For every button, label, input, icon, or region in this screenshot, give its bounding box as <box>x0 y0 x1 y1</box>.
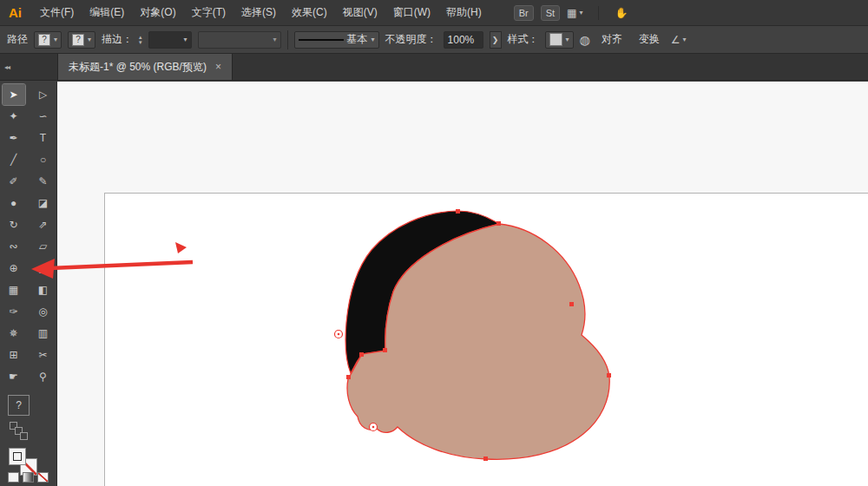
tool-direct-selection[interactable]: ▷ <box>32 84 55 105</box>
tool-free-transform[interactable]: ▱ <box>32 236 55 257</box>
none-button[interactable] <box>37 472 49 483</box>
gesture-icon[interactable]: ✋ <box>615 7 628 19</box>
tool-type[interactable]: T <box>32 128 55 148</box>
fill-swatch[interactable] <box>9 448 26 465</box>
menu-effect[interactable]: 效果(C) <box>284 0 335 25</box>
style-swatch <box>549 33 562 46</box>
tool-symbol-sprayer[interactable]: ✵ <box>3 323 25 344</box>
control-bar: 路径 ? ▾ ? ▾ 描边： ▴ ▾ ▾ ▾ 基本 ▾ 不透明度： 100% ❯… <box>0 26 868 54</box>
bridge-badge[interactable]: Br <box>514 5 534 21</box>
spinner-down-icon: ▾ <box>139 40 142 45</box>
menu-file[interactable]: 文件(F) <box>32 0 82 25</box>
tool-artboard[interactable]: ⊞ <box>3 345 25 365</box>
gradient-button[interactable] <box>23 472 34 483</box>
line-style-preview <box>299 39 344 41</box>
constrain-angle-widget[interactable]: ∠ ▾ <box>671 34 687 46</box>
tool-grid: ➤▷✦∽✒T╱○✐✎●◪↻⇗∾▱⊕◬▦◧✑◎✵▥⊞✂☛⚲ <box>0 82 56 387</box>
menu-select[interactable]: 选择(S) <box>233 0 284 25</box>
tool-scale[interactable]: ⇗ <box>32 214 55 235</box>
tool-eyedropper[interactable]: ✑ <box>3 301 25 322</box>
style-label: 样式： <box>508 32 539 47</box>
workspace-icon: ▦ <box>567 7 576 19</box>
menu-window[interactable]: 窗口(W) <box>385 0 438 25</box>
menu-help[interactable]: 帮助(H) <box>438 0 490 25</box>
color-button[interactable] <box>8 472 19 483</box>
tool-ellipse[interactable]: ○ <box>32 149 55 170</box>
chevron-down-icon: ▾ <box>683 36 687 43</box>
constrain-angle-icon: ∠ <box>671 34 681 46</box>
context-label: 路径 <box>7 32 28 47</box>
collapse-panels-icon[interactable]: ◂◂ <box>0 54 57 80</box>
tool-gradient[interactable]: ◧ <box>32 279 55 300</box>
tool-magic-wand[interactable]: ✦ <box>3 106 25 127</box>
line-style-label: 基本 <box>347 32 368 47</box>
style-badge[interactable]: St <box>541 5 560 21</box>
graphic-style-select[interactable]: ▾ <box>545 31 574 49</box>
tool-blend[interactable]: ◎ <box>32 301 55 322</box>
close-icon[interactable]: × <box>215 61 221 73</box>
tool-paintbrush[interactable]: ✐ <box>3 171 25 192</box>
tool-rotate[interactable]: ↻ <box>3 214 25 235</box>
draw-modes-icon[interactable] <box>10 422 36 441</box>
fill-color-picker[interactable]: ? ▾ <box>34 31 62 49</box>
divider <box>598 6 599 20</box>
workspace-switcher[interactable]: ▦ ▾ <box>567 7 582 19</box>
chevron-down-icon: ▾ <box>372 36 375 43</box>
tool-perspective-grid[interactable]: ◬ <box>32 258 55 279</box>
document-tab-title: 未标题-1* @ 50% (RGB/预览) <box>69 60 207 75</box>
menu-object[interactable]: 对象(O) <box>132 0 183 25</box>
chevron-down-icon: ▾ <box>88 36 91 43</box>
stroke-style-select[interactable]: 基本 ▾ <box>294 31 379 49</box>
opacity-value: 100% <box>448 34 475 46</box>
paint-buttons <box>8 472 49 483</box>
chevron-down-icon: ▾ <box>579 9 582 16</box>
tool-panel: ➤▷✦∽✒T╱○✐✎●◪↻⇗∾▱⊕◬▦◧✑◎✵▥⊞✂☛⚲ ? <box>0 82 57 486</box>
tool-selection[interactable]: ➤ <box>3 84 25 105</box>
tool-pencil[interactable]: ✎ <box>32 171 55 192</box>
artboard[interactable] <box>104 193 868 486</box>
chevron-right-icon: ❯ <box>492 36 499 44</box>
stroke-color-picker[interactable]: ? ▾ <box>68 31 95 49</box>
chevron-down-icon: ▾ <box>54 36 57 43</box>
fill-swatch-icon: ? <box>38 34 50 46</box>
tool-eraser[interactable]: ◪ <box>32 193 55 213</box>
canvas[interactable] <box>57 82 868 486</box>
menu-edit[interactable]: 编辑(E) <box>82 0 132 25</box>
stroke-swatch-icon: ? <box>72 34 84 46</box>
menu-type[interactable]: 文字(T) <box>184 0 233 25</box>
tool-width[interactable]: ∾ <box>3 236 25 257</box>
tool-lasso[interactable]: ∽ <box>32 106 55 127</box>
tool-hand[interactable]: ☛ <box>3 366 25 387</box>
stroke-weight-select[interactable]: ▾ <box>148 31 192 49</box>
tool-mesh[interactable]: ▦ <box>3 279 25 300</box>
menu-view[interactable]: 视图(V) <box>335 0 385 25</box>
opacity-label: 不透明度： <box>385 32 437 47</box>
tool-column-graph[interactable]: ▥ <box>32 323 55 344</box>
brush-definition-select[interactable]: ▾ <box>198 31 281 49</box>
tab-strip: ◂◂ 未标题-1* @ 50% (RGB/预览) × <box>0 54 868 81</box>
tool-zoom[interactable]: ⚲ <box>32 366 55 387</box>
app-logo: Ai <box>0 5 32 20</box>
unknown-tool-box[interactable]: ? <box>8 395 30 416</box>
stroke-weight-stepper[interactable]: ▴ ▾ <box>139 35 142 45</box>
menu-bar: Ai 文件(F) 编辑(E) 对象(O) 文字(T) 选择(S) 效果(C) 视… <box>0 0 868 26</box>
chevron-down-icon: ▾ <box>566 36 569 43</box>
tool-line-segment[interactable]: ╱ <box>3 149 25 170</box>
stroke-weight-label: 描边： <box>102 32 133 47</box>
divider <box>287 30 288 49</box>
tool-pen[interactable]: ✒ <box>3 128 25 148</box>
chevron-down-icon: ▾ <box>184 36 187 43</box>
transform-button[interactable]: 变换 <box>634 30 665 49</box>
tool-shape-builder[interactable]: ⊕ <box>3 258 25 279</box>
align-button[interactable]: 对齐 <box>596 30 628 49</box>
tool-slice[interactable]: ✂ <box>32 345 55 365</box>
opacity-input[interactable]: 100% <box>444 31 483 49</box>
document-tab[interactable]: 未标题-1* @ 50% (RGB/预览) × <box>57 54 233 80</box>
opacity-options-button[interactable]: ❯ <box>490 31 502 49</box>
chevron-down-icon: ▾ <box>273 36 277 43</box>
document-setup-icon[interactable]: ◍ <box>580 33 590 47</box>
tool-blob-brush[interactable]: ● <box>3 193 25 213</box>
